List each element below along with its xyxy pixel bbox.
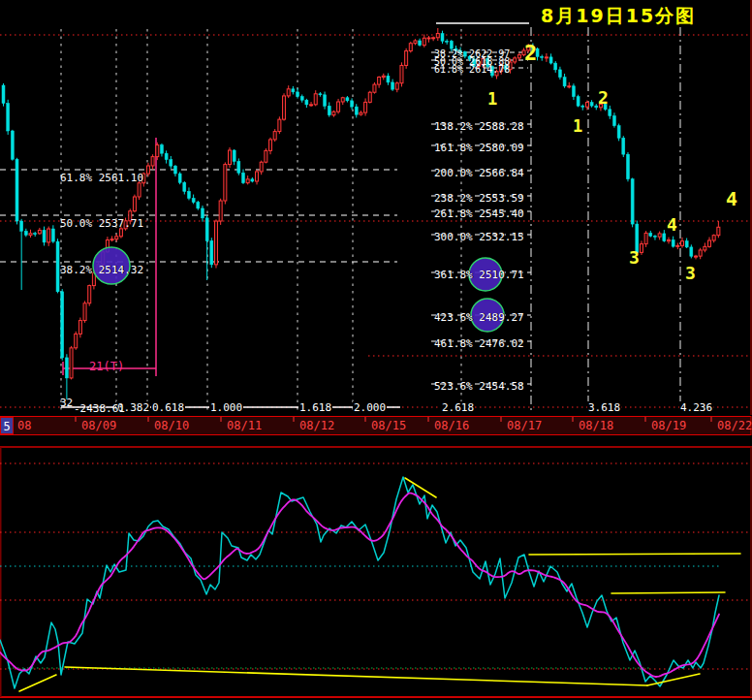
candle-up (47, 229, 50, 242)
candle-down (43, 230, 46, 241)
candle-up (364, 102, 367, 112)
highlight-circle (469, 258, 502, 291)
candle-down (187, 191, 190, 198)
oscillator-trend-line (611, 592, 725, 593)
candle-down (690, 247, 693, 256)
candle-up (278, 119, 281, 131)
candle-down (197, 203, 200, 208)
candle-up (495, 72, 498, 76)
candle-up (681, 241, 684, 246)
candle-up (75, 334, 78, 347)
candle-down (16, 159, 18, 221)
candle-up (676, 245, 679, 246)
candle-down (192, 198, 195, 202)
candle-up (341, 98, 344, 102)
candle-up (545, 57, 548, 58)
candle-down (604, 104, 607, 109)
candle-up (373, 84, 376, 92)
candle-down (490, 67, 493, 76)
candle-down (324, 95, 327, 107)
oscillator-trend-line (529, 554, 740, 555)
candle-up (599, 104, 602, 107)
candle-up (500, 65, 503, 71)
candle-up (138, 183, 141, 197)
candle-up (246, 179, 249, 183)
candle-down (51, 229, 54, 241)
candle-down (617, 126, 620, 139)
oscillator-trend-line (647, 674, 700, 685)
candle-down (210, 240, 213, 264)
candle-down (165, 153, 168, 159)
candle-down (631, 179, 634, 224)
candle-down (649, 233, 652, 236)
candle-down (626, 154, 629, 179)
candle-up (704, 246, 706, 250)
candle-up (708, 240, 711, 246)
candle-down (300, 97, 303, 101)
candle-up (142, 174, 145, 183)
candle-up (395, 83, 398, 89)
period-indicator[interactable]: 5 (0, 417, 14, 434)
candle-up (156, 145, 159, 157)
candle-up (269, 140, 272, 150)
candle-down (237, 161, 240, 173)
chart-canvas[interactable] (0, 0, 752, 700)
candle-up (260, 162, 263, 172)
candle-up (409, 44, 412, 51)
candle-down (251, 179, 254, 181)
highlight-circle (471, 299, 504, 332)
candle-up (29, 234, 32, 236)
candle-up (509, 62, 512, 70)
candle-down (233, 150, 235, 161)
oscillator-trend-line (405, 478, 436, 497)
candle-down (577, 97, 580, 107)
candle-down (531, 48, 534, 49)
candle-down (685, 241, 688, 247)
candle-down (663, 234, 666, 241)
candle-down (2, 85, 5, 104)
candle-down (622, 138, 625, 154)
stock-chart-application: 8月19日15分图 5 38.2% 2622.9750.0% 2618.8861… (0, 0, 752, 700)
oscillator-slow-line (0, 493, 719, 677)
candle-up (378, 78, 381, 85)
candle-down (581, 106, 584, 107)
candle-up (332, 111, 335, 115)
candle-down (672, 239, 674, 246)
candle-down (170, 160, 172, 167)
candle-down (486, 58, 489, 66)
candle-up (514, 58, 517, 62)
candle-up (119, 229, 122, 237)
candle-up (88, 286, 91, 303)
candle-down (355, 107, 358, 114)
candle-up (360, 112, 362, 114)
candle-down (459, 50, 462, 51)
candle-up (129, 211, 132, 221)
candle-down (446, 41, 449, 42)
candle-up (423, 38, 425, 45)
candle-down (536, 48, 539, 56)
oscillator-fast-line (0, 477, 719, 688)
candle-down (242, 173, 245, 182)
candle-up (38, 230, 41, 233)
candle-down (612, 116, 615, 126)
candle-down (292, 89, 295, 92)
candle-up (640, 244, 642, 253)
candle-down (11, 131, 14, 159)
date-bar (1, 417, 752, 435)
candle-up (273, 132, 276, 140)
candle-down (61, 292, 64, 358)
candle-up (695, 256, 698, 257)
candle-down (297, 92, 299, 97)
candle-down (7, 104, 10, 132)
candle-up (517, 55, 520, 58)
candle-up (224, 165, 227, 201)
candle-up (146, 166, 149, 174)
candle-down (319, 94, 322, 95)
candle-down (178, 174, 181, 182)
candle-up (115, 237, 118, 239)
candle-up (110, 239, 113, 240)
candle-up (265, 150, 267, 162)
candle-down (454, 48, 457, 50)
candle-down (392, 82, 394, 89)
candle-up (229, 150, 232, 165)
